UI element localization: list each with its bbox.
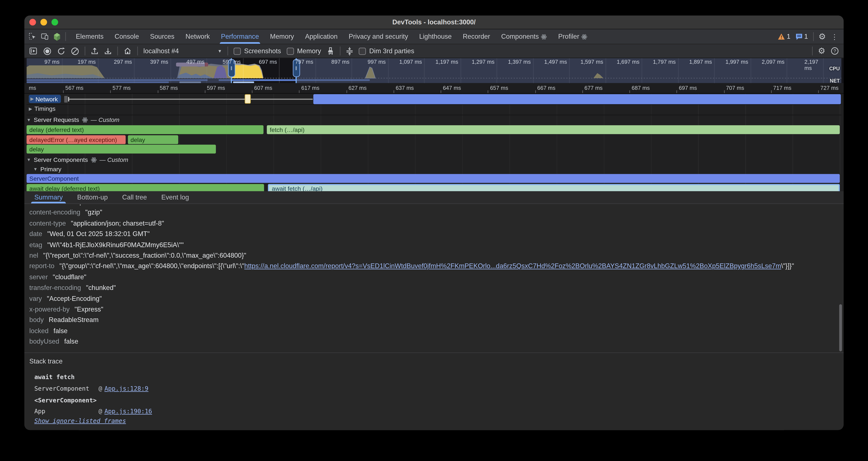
track-drag-handle[interactable] <box>64 95 67 102</box>
network-track-row[interactable]: ▶ Network <box>27 94 841 105</box>
network-request-chip[interactable] <box>245 94 251 104</box>
tab-network[interactable]: Network <box>180 29 216 44</box>
warnings-badge[interactable]: 1 <box>778 33 790 40</box>
flame-chart: ▶ Network ▶ Timings ▼ Server Requests — … <box>24 94 844 191</box>
profile-select-value: localhost #4 <box>143 47 179 55</box>
collapse-sections-icon[interactable] <box>346 47 353 55</box>
source-location-link[interactable]: App.js:128:9 <box>104 385 149 392</box>
panel-settings-gear-icon[interactable]: ⚙ <box>818 46 826 56</box>
server-requests-header[interactable]: ▼ Server Requests — Custom <box>27 115 841 124</box>
minimize-window-button[interactable] <box>40 19 47 25</box>
close-window-button[interactable] <box>29 19 36 25</box>
tab-sources[interactable]: Sources <box>145 29 180 44</box>
timings-track-label[interactable]: ▶ Timings <box>29 105 56 112</box>
network-request-start-tick <box>68 97 69 102</box>
timeline-bar-delayederror-ayed-exception[interactable]: delayedError (…ayed exception) <box>27 135 125 144</box>
tab-application[interactable]: Application <box>300 29 343 44</box>
network-track-label[interactable]: ▶ Network <box>29 95 61 103</box>
tab-recorder[interactable]: Recorder <box>457 29 496 44</box>
timeline-bar-fetch-api[interactable]: fetch (…/api) <box>267 125 840 134</box>
help-icon[interactable]: ? <box>831 47 839 55</box>
tab-profiler[interactable]: Profiler <box>553 29 593 44</box>
zoom-window-button[interactable] <box>52 19 58 25</box>
dim-3rd-parties-checkbox[interactable]: Dim 3rd parties <box>359 47 414 55</box>
ruler-tick-mark <box>252 90 252 93</box>
inspect-element-icon[interactable] <box>29 33 36 40</box>
ruler-tick-mark <box>63 90 64 93</box>
source-location-link[interactable]: App.js:190:16 <box>104 408 152 415</box>
tab-call-tree[interactable]: Call tree <box>122 191 147 203</box>
report-to-url-link[interactable]: https://a.nel.cloudflare.com/report/v4?s… <box>244 262 781 270</box>
timeline-bar-servercomponent[interactable]: ServerComponent <box>27 174 840 183</box>
record-icon[interactable] <box>43 47 52 55</box>
stack-frame: ServerComponent@App.js:128:9 <box>34 385 149 392</box>
header-value: "chunked" <box>86 284 116 291</box>
stack-frame: App@App.js:190:16 <box>34 408 152 415</box>
devtools-menu-kebab-icon[interactable]: ⋮ <box>831 32 838 41</box>
timeline-bar-delay-deferred-text[interactable]: delay (deferred text) <box>27 125 263 134</box>
overview-tick-label: 497 ms <box>186 59 207 65</box>
tab-privacy-and-security[interactable]: Privacy and security <box>343 29 414 44</box>
header-key: connection <box>29 204 61 205</box>
device-toolbar-icon[interactable] <box>41 33 49 40</box>
header-row-vary: vary"Accept-Encoding" <box>29 295 835 302</box>
memory-checkbox[interactable]: Memory <box>287 47 321 55</box>
checkbox-box <box>287 48 294 55</box>
server-requests-row: delayedError (…ayed exception)delay <box>27 135 841 144</box>
live-metrics-view-icon[interactable] <box>29 47 38 55</box>
header-value: "{\"report_to\":\"cf-nel\",\"success_fra… <box>43 252 246 259</box>
summary-scrollbar-thumb[interactable] <box>839 304 842 351</box>
ruler-tick-label: 587 ms <box>160 85 178 91</box>
record-and-reload-icon[interactable] <box>57 47 65 55</box>
atom-icon <box>541 34 547 40</box>
collapse-arrow-icon: ▼ <box>33 167 38 172</box>
window-titlebar[interactable]: DevTools - localhost:3000/ <box>24 16 844 29</box>
tab-performance[interactable]: Performance <box>215 29 265 44</box>
ruler-tick-mark <box>205 90 205 93</box>
overview-tick-label: 197 ms <box>78 59 98 65</box>
ruler-tick-label: 567 ms <box>65 85 84 91</box>
devtools-tabbar: ElementsConsoleSourcesNetworkPerformance… <box>24 29 844 44</box>
ruler-tick-label: ms <box>29 85 36 91</box>
server-components-header[interactable]: ▼ Server Components — Custom <box>27 155 841 164</box>
home-icon[interactable] <box>123 47 132 55</box>
tab-bottom-up[interactable]: Bottom-up <box>77 191 107 203</box>
tab-event-log[interactable]: Event log <box>161 191 189 203</box>
header-row-locked: lockedfalse <box>29 327 835 335</box>
ruler-tick-label: 577 ms <box>113 85 131 91</box>
load-profile-icon[interactable] <box>91 47 98 55</box>
timeline-bar-delay[interactable]: delay <box>27 145 216 153</box>
issues-badge[interactable]: 1 <box>795 33 808 40</box>
clear-icon[interactable] <box>71 47 79 55</box>
at-symbol: @ <box>98 408 102 415</box>
tab-summary[interactable]: Summary <box>34 191 63 203</box>
save-profile-icon[interactable] <box>104 47 112 55</box>
overview-gridline <box>243 58 244 83</box>
tab-lighthouse[interactable]: Lighthouse <box>414 29 457 44</box>
screenshots-checkbox[interactable]: Screenshots <box>234 47 281 55</box>
garbage-collect-brush-icon[interactable] <box>327 47 334 55</box>
header-key: date <box>29 230 42 238</box>
performance-toolbar: localhost #4 ▼ Screenshots Memory Dim 3 <box>24 44 844 58</box>
net-request-bar <box>233 82 254 83</box>
tab-elements[interactable]: Elements <box>70 29 109 44</box>
extension-gem-icon[interactable] <box>53 32 61 41</box>
timeline-overview[interactable]: ∥ ∥ 97 ms197 ms297 ms397 ms497 ms597 ms6… <box>24 58 844 83</box>
header-value: false <box>64 338 79 345</box>
devtools-settings-gear-icon[interactable]: ⚙ <box>818 32 826 42</box>
tab-console[interactable]: Console <box>109 29 145 44</box>
timeline-bar-delay[interactable]: delay <box>128 135 178 144</box>
timings-track-row[interactable]: ▶ Timings <box>27 105 841 115</box>
header-value: "gzip" <box>85 209 102 217</box>
show-ignore-listed-frames-link[interactable]: Show ignore-listed frames <box>34 417 126 425</box>
ruler-tick-label: 637 ms <box>396 85 414 91</box>
ruler-tick-label: 647 ms <box>443 85 461 91</box>
ruler-tick-label: 597 ms <box>207 85 225 91</box>
overview-tick-label: 397 ms <box>150 59 170 65</box>
screenshot-stage: DevTools - localhost:3000/ ElementsConso… <box>0 0 868 461</box>
tab-components[interactable]: Components <box>496 29 553 44</box>
profile-select-dropdown[interactable]: localhost #4 ▼ <box>143 47 222 55</box>
network-response-bar[interactable] <box>313 94 841 104</box>
tab-memory[interactable]: Memory <box>265 29 300 44</box>
primary-group-header[interactable]: ▼ Primary <box>27 165 843 173</box>
